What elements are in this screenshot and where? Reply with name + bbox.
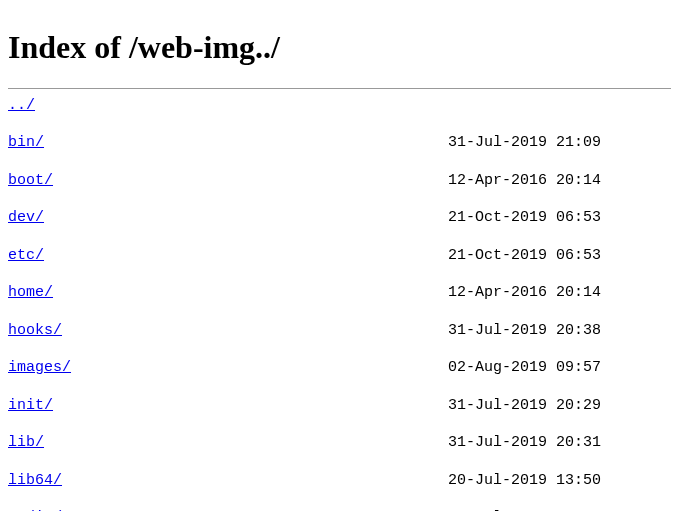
entry-date: 12-Apr-2016 20:14 — [448, 172, 601, 191]
entry-date: 20-Jul-2019 13:50 — [448, 472, 601, 491]
page-title: Index of /web-img../ — [8, 29, 671, 66]
list-row: home/12-Apr-2016 20:14 — [8, 284, 671, 303]
entry-date: 31-Jul-2019 20:31 — [448, 434, 601, 453]
entry-date: 31-Jul-2019 21:09 — [448, 134, 601, 153]
list-row: init/31-Jul-2019 20:29 — [8, 397, 671, 416]
dir-link[interactable]: home/ — [8, 284, 53, 301]
dir-link[interactable]: images/ — [8, 359, 71, 376]
list-row: dev/21-Oct-2019 06:53 — [8, 209, 671, 228]
entry-date: 21-Oct-2019 06:53 — [448, 209, 601, 228]
dir-link[interactable]: etc/ — [8, 247, 44, 264]
dir-link[interactable]: dev/ — [8, 209, 44, 226]
entry-date: 12-Apr-2016 20:14 — [448, 284, 601, 303]
list-row: lib64/20-Jul-2019 13:50 — [8, 472, 671, 491]
parent-dir-link[interactable]: ../ — [8, 97, 35, 114]
list-row: images/02-Aug-2019 09:57 — [8, 359, 671, 378]
divider — [8, 88, 671, 89]
entry-date: 21-Oct-2019 06:53 — [448, 247, 601, 266]
list-row: bin/31-Jul-2019 21:09 — [8, 134, 671, 153]
dir-link[interactable]: lib/ — [8, 434, 44, 451]
directory-listing: ../ bin/31-Jul-2019 21:09 boot/12-Apr-20… — [8, 97, 671, 511]
dir-link[interactable]: lib64/ — [8, 472, 62, 489]
list-row-parent: ../ — [8, 97, 671, 116]
entry-date: 02-Aug-2019 09:57 — [448, 359, 601, 378]
dir-link[interactable]: bin/ — [8, 134, 44, 151]
entry-date: 31-Jul-2019 20:38 — [448, 322, 601, 341]
list-row: etc/21-Oct-2019 06:53 — [8, 247, 671, 266]
dir-link[interactable]: boot/ — [8, 172, 53, 189]
dir-link[interactable]: init/ — [8, 397, 53, 414]
dir-link[interactable]: hooks/ — [8, 322, 62, 339]
list-row: boot/12-Apr-2016 20:14 — [8, 172, 671, 191]
list-row: lib/31-Jul-2019 20:31 — [8, 434, 671, 453]
entry-date: 31-Jul-2019 20:29 — [448, 397, 601, 416]
list-row: hooks/31-Jul-2019 20:38 — [8, 322, 671, 341]
